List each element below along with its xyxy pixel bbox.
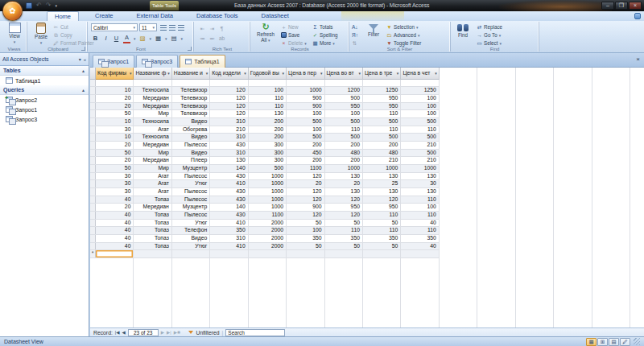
row-selector[interactable]: [90, 150, 96, 157]
table-cell[interactable]: 950: [363, 103, 401, 110]
table-cell[interactable]: 30: [96, 188, 134, 196]
table-cell[interactable]: [210, 80, 248, 87]
column-dropdown-icon[interactable]: ▾: [244, 71, 246, 76]
table-cell[interactable]: 1000: [249, 173, 287, 180]
redo-icon[interactable]: ↷: [46, 1, 52, 10]
table-row[interactable]: [90, 80, 440, 88]
nav-pane-header[interactable]: All Access Objects ▾ «: [0, 53, 89, 66]
table-cell[interactable]: 110: [249, 95, 287, 102]
column-header-код-издели[interactable]: Код издели▾: [210, 68, 248, 80]
table-cell[interactable]: 100: [401, 110, 439, 117]
table-cell[interactable]: 310: [210, 118, 248, 126]
table-cell[interactable]: 500: [287, 118, 324, 126]
table-cell[interactable]: 500: [363, 118, 401, 126]
totals-button[interactable]: ΣTotals: [312, 23, 332, 31]
table-row[interactable]: 50МирТелевизор120130100100110100: [90, 110, 440, 118]
table-row[interactable]: 40ТопазПылесос4301000120120120110: [90, 196, 440, 204]
table-cell[interactable]: 310: [210, 150, 248, 157]
delete-record-button[interactable]: ×Delete▾: [281, 39, 307, 47]
replace-button[interactable]: ⇄Replace: [477, 23, 502, 31]
nav-item-запрос2[interactable]: Запрос2: [0, 95, 89, 105]
table-cell[interactable]: Телефон: [172, 227, 210, 234]
table-cell[interactable]: [363, 80, 401, 87]
table-cell[interactable]: 200: [249, 126, 287, 134]
table-cell[interactable]: [363, 250, 401, 257]
table-cell[interactable]: 20: [96, 103, 134, 110]
row-selector[interactable]: [90, 212, 96, 219]
row-selector[interactable]: [90, 165, 96, 172]
table-cell[interactable]: 1000: [325, 165, 363, 172]
table-cell[interactable]: 130: [363, 188, 401, 196]
column-header-код-фирмы[interactable]: Код фирмы▾: [96, 68, 134, 80]
column-dropdown-icon[interactable]: ▾: [397, 71, 399, 76]
row-selector[interactable]: [90, 110, 96, 117]
table-cell[interactable]: 120: [287, 212, 324, 219]
table-cell[interactable]: 100: [325, 110, 363, 117]
qat-customize-dropdown-icon[interactable]: ▾: [55, 1, 57, 10]
table-row[interactable]: 20МередианТелевизор120110900900950100: [90, 95, 440, 103]
table-cell[interactable]: 200: [249, 118, 287, 126]
table-cell[interactable]: 410: [210, 243, 248, 250]
find-button[interactable]: Find: [453, 24, 473, 39]
office-button[interactable]: ✿: [2, 1, 23, 21]
table-cell[interactable]: Техносила: [134, 87, 171, 94]
filter-button[interactable]: Filter: [364, 24, 383, 38]
table-cell[interactable]: Видео: [172, 150, 210, 157]
table-row[interactable]: 30АгатПылесос4301000120130130130: [90, 173, 440, 181]
sort-ascending-button[interactable]: A↓: [352, 23, 357, 31]
table-cell[interactable]: Топаз: [134, 235, 171, 242]
fill-color-button[interactable]: ▨: [139, 35, 147, 43]
paste-button[interactable]: Paste▾: [31, 23, 52, 45]
table-cell[interactable]: Видео: [172, 134, 210, 141]
table-row[interactable]: 30АгатПылесос4301000120130130130: [90, 188, 440, 196]
table-cell[interactable]: 200: [287, 142, 324, 149]
table-cell[interactable]: 900: [287, 103, 324, 110]
table-cell[interactable]: 110: [363, 212, 401, 219]
table-cell[interactable]: 1100: [287, 165, 324, 172]
table-row[interactable]: 30АгатОбогрева210200100110110110: [90, 126, 440, 134]
align-left-icon[interactable]: [160, 25, 167, 31]
nav-pane-collapse-icon[interactable]: «: [84, 57, 86, 62]
table-cell[interactable]: Музцентр: [172, 204, 210, 211]
table-cell[interactable]: 500: [363, 134, 401, 141]
gridlines-button[interactable]: ▦: [155, 35, 162, 43]
more-button[interactable]: ▦More▾: [312, 39, 335, 47]
nav-group-header-tables[interactable]: Tables▲: [0, 66, 89, 76]
advanced-filter-button[interactable]: 🗀Advanced▾: [386, 31, 420, 39]
row-selector[interactable]: [90, 80, 96, 87]
increase-indent-icon[interactable]: ⇥: [209, 26, 215, 31]
table-cell[interactable]: 200: [287, 157, 324, 164]
table-cell[interactable]: Обогрева: [172, 126, 210, 134]
table-cell[interactable]: 10: [96, 118, 134, 126]
column-header-цена-в-чет[interactable]: Цена в чет▾: [401, 68, 439, 80]
table-cell[interactable]: 40: [96, 196, 134, 204]
table-cell[interactable]: 950: [325, 103, 363, 110]
selection-button[interactable]: ▼Selection▾: [386, 23, 418, 31]
goto-button[interactable]: →Go To▾: [477, 31, 501, 39]
font-name-select[interactable]: Calibri▾: [91, 23, 138, 31]
column-dropdown-icon[interactable]: ▾: [206, 71, 208, 76]
table-cell[interactable]: 25: [363, 180, 401, 187]
bold-button[interactable]: B: [92, 35, 99, 43]
table-cell[interactable]: 500: [325, 134, 363, 141]
table-cell[interactable]: 1100: [249, 212, 287, 219]
search-input[interactable]: Search: [225, 329, 285, 336]
table-cell[interactable]: Видео: [172, 235, 210, 242]
table-cell[interactable]: 40: [96, 212, 134, 219]
undo-icon[interactable]: ↶: [36, 1, 42, 10]
last-record-button[interactable]: ▶|: [167, 329, 171, 336]
table-cell[interactable]: 1000: [249, 180, 287, 187]
table-cell[interactable]: 2000: [249, 235, 287, 242]
table-cell[interactable]: [172, 80, 210, 87]
table-cell[interactable]: 100: [401, 103, 439, 110]
previous-record-button[interactable]: ◀: [122, 329, 125, 336]
table-cell[interactable]: 140: [210, 165, 248, 172]
table-row[interactable]: 10ТехносилаВидео310200500500500500: [90, 134, 440, 142]
table-cell[interactable]: 110: [401, 126, 439, 134]
ribbon-tab-datasheet[interactable]: Datasheet: [254, 11, 296, 21]
table-cell[interactable]: 900: [325, 95, 363, 102]
row-selector[interactable]: [90, 134, 96, 141]
table-cell[interactable]: 110: [363, 126, 401, 134]
toggle-filter-button[interactable]: ▼Toggle Filter: [386, 39, 421, 47]
table-cell[interactable]: 500: [401, 118, 439, 126]
